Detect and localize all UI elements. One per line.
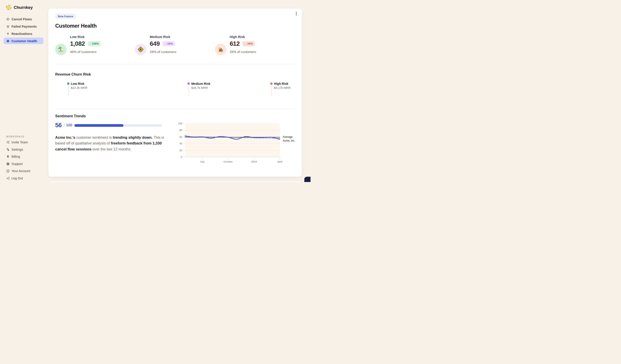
nav-item-label: Cancel Flows [12,17,32,21]
nav-item-label: Your Account [12,169,30,173]
customer-health-card: Beta Feature Customer Health Low Risk1,0… [48,9,302,177]
lifebuoy-icon [6,162,10,166]
sidebar-item-your-account[interactable]: Your Account [0,167,48,175]
nav-item-label: Customer Health [12,39,37,43]
score-total: 100 [66,123,72,127]
island-icon [55,44,67,55]
marker-mrr: $16.7k MRR [191,86,208,89]
stat-value: 612 [230,40,240,47]
summary-text: based off of qualitative analysis of [55,141,111,145]
next-card-top-edge [48,181,302,182]
sidebar-item-failed-payments[interactable]: Failed Payments [0,23,48,30]
divider [55,64,295,64]
sidebar-item-log-out[interactable]: Log Out [0,175,48,182]
star-icon [6,24,10,28]
marker-mrr: $22.3k MRR [71,86,87,89]
revenue-churn-bar-chart: Low Risk$22.3k MRRMedium Risk$16.7k MRRH… [56,82,296,100]
sidebar-item-reactivations[interactable]: Reactivations [0,30,48,37]
sentiment-score: 56 / 100 [55,122,72,129]
sentiment-section-title: Sentiment Trends [55,114,86,118]
sidebar: Churnkey Cancel FlowsFailed PaymentsReac… [0,0,48,182]
marker-line [68,86,69,96]
trend-chart-svg: 020406080100JulyOctober2024AprilAverageA… [176,122,300,166]
shuffle-icon [6,140,10,144]
sentiment-summary-text: Acme Inc.'s customer sentiment is trendi… [55,135,172,152]
nav-item-label: Settings [12,148,23,151]
marker-dot [270,82,273,85]
circles-icon [6,148,10,151]
sidebar-item-invite-team[interactable]: Invite Team [0,139,48,146]
marker-dot [67,82,69,85]
nav-item-label: Billing [12,155,20,158]
asterisk-icon [6,39,10,43]
summary-emphasis: freeform feedback from 1,330 [111,141,162,145]
svg-text:40: 40 [179,142,182,145]
stat-delta-badge: ↑ 198% [88,41,101,46]
churnkey-logo-icon [6,4,12,10]
marker-line [271,86,272,96]
gem-icon [6,155,10,158]
arrow-up-icon [6,32,10,35]
svg-text:60: 60 [179,136,182,138]
churn-section-title: Revenue Churn Risk [55,72,91,76]
svg-text:20: 20 [179,149,182,152]
nav-item-label: Reactivations [12,32,32,35]
divider [55,109,295,109]
sidebar-item-settings[interactable]: Settings [0,146,48,153]
nav-item-label: Log Out [12,176,23,180]
marker-line [189,86,189,96]
svg-text:October: October [224,160,233,163]
sidebar-item-customer-health[interactable]: Customer Health [0,37,48,45]
svg-text:July: July [200,160,205,163]
sidebar-item-cancel-flows[interactable]: Cancel Flows [0,16,48,23]
stat-label: Medium Risk [150,35,176,39]
score-value: 56 [55,122,62,129]
logout-icon [6,176,10,180]
desert-icon [215,44,226,55]
logo-text: Churnkey [14,5,33,10]
score-slash: / [64,123,65,127]
sidebar-item-billing[interactable]: Billing [0,153,48,160]
crossing-icon [135,44,146,55]
stat-label: Low Risk [70,35,101,39]
stat-delta-badge: ↓ -49% [242,41,255,46]
workspace-label: WORKSPACE [6,135,24,138]
svg-text:100: 100 [178,122,182,125]
sentiment-progress-bar [74,124,162,127]
stat-share: 26% of customers [230,50,256,54]
summary-text: customer sentiment is [76,135,113,139]
logo[interactable]: Churnkey [6,4,33,10]
summary-emphasis: Acme Inc.'s [55,135,76,139]
workspace-nav: Invite TeamSettingsBillingSupportYour Ac… [0,139,48,182]
stat-label: High Risk [230,35,256,39]
nav-item-label: Failed Payments [12,25,37,28]
face-icon [6,169,10,173]
marker-label: Low Risk [71,82,84,86]
sentiment-trend-chart: 020406080100JulyOctober2024AprilAverageA… [176,122,300,166]
svg-text:April: April [277,160,282,163]
risk-stat-low-risk: Low Risk1,082↑ 198%46% of customers [55,35,101,55]
legend-label: Average [283,135,293,139]
stat-value: 649 [150,40,160,47]
stat-delta-badge: ↓ -26% [162,41,175,46]
svg-text:80: 80 [179,129,182,131]
page-title: Customer Health [55,23,97,29]
summary-text: This is [153,135,164,139]
main-nav: Cancel FlowsFailed PaymentsReactivations… [0,16,48,45]
marker-dot [188,82,190,85]
sidebar-item-support[interactable]: Support [0,160,48,168]
risk-stats-row: Low Risk1,082↑ 198%46% of customersMediu… [55,35,295,61]
stat-share: 46% of customers [70,50,101,54]
nav-item-label: Invite Team [12,140,28,144]
risk-stat-high-risk: High Risk612↓ -49%26% of customers [215,35,256,55]
summary-emphasis: trending slightly down. [113,135,153,139]
risk-stat-medium-risk: Medium Risk649↓ -26%28% of customers [135,35,176,55]
summary-text: over the last 12 months. [91,147,131,151]
svg-text:0: 0 [181,156,182,158]
marker-label: Medium Risk [191,82,210,86]
marker-mrr: $4.17k MRR [274,86,291,89]
chat-widget-button[interactable] [304,177,310,182]
nav-item-label: Support [12,162,23,166]
stat-share: 28% of customers [150,50,176,54]
more-options-button[interactable] [294,11,299,17]
